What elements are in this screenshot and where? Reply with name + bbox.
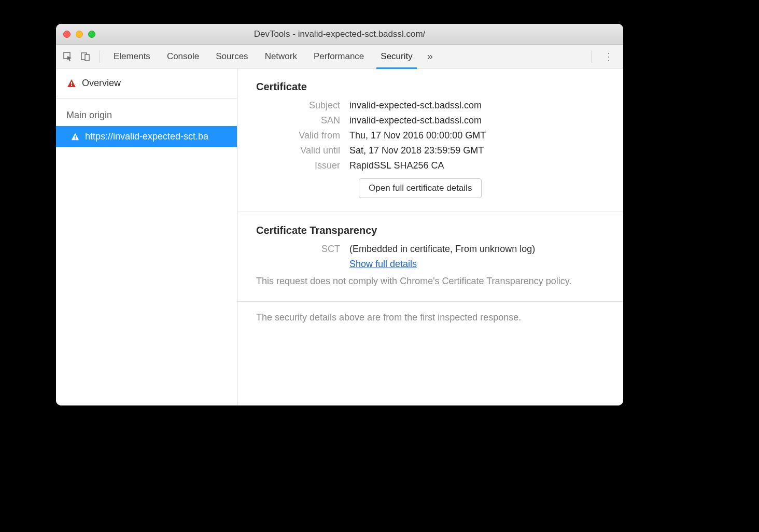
svg-rect-2 (85, 54, 89, 61)
tab-performance[interactable]: Performance (305, 45, 372, 68)
ct-sct-row: SCT (Embedded in certificate, From unkno… (256, 244, 605, 255)
certificate-section: Certificate Subject invalid-expected-sct… (237, 68, 623, 212)
main-origin-heading: Main origin (56, 99, 237, 126)
sidebar-overview[interactable]: Overview (56, 68, 237, 99)
more-tabs-icon[interactable]: » (421, 50, 439, 62)
traffic-lights (56, 31, 95, 38)
cert-validfrom-row: Valid from Thu, 17 Nov 2016 00:00:00 GMT (256, 130, 605, 141)
separator (100, 50, 100, 63)
cert-issuer-row: Issuer RapidSSL SHA256 CA (256, 160, 605, 171)
device-toolbar-icon[interactable] (78, 49, 93, 64)
overview-label: Overview (82, 78, 121, 89)
tab-sources[interactable]: Sources (207, 45, 256, 68)
titlebar: DevTools - invalid-expected-sct.badssl.c… (56, 24, 623, 45)
show-full-details-link[interactable]: Show full details (349, 259, 417, 269)
zoom-window-button[interactable] (88, 31, 95, 38)
svg-rect-6 (75, 138, 76, 139)
cert-san-row: SAN invalid-expected-sct.badssl.com (256, 115, 605, 126)
ct-compliance-note: This request does not comply with Chrome… (256, 275, 605, 288)
warning-triangle-icon (71, 132, 80, 142)
ct-heading: Certificate Transparency (256, 225, 605, 236)
close-window-button[interactable] (63, 31, 71, 38)
origin-item[interactable]: https://invalid-expected-sct.ba (56, 126, 237, 147)
ct-section: Certificate Transparency SCT (Embedded i… (237, 212, 623, 302)
separator (592, 50, 592, 63)
open-certificate-button[interactable]: Open full certificate details (359, 178, 482, 198)
minimize-window-button[interactable] (76, 31, 83, 38)
cert-subject-label: Subject (256, 100, 349, 111)
inspect-element-icon[interactable] (60, 49, 76, 64)
origin-url: https://invalid-expected-sct.ba (85, 131, 208, 142)
cert-issuer-label: Issuer (256, 160, 349, 171)
cert-validuntil-row: Valid until Sat, 17 Nov 2018 23:59:59 GM… (256, 145, 605, 156)
warning-triangle-icon (66, 78, 77, 89)
ct-sct-value: (Embedded in certificate, From unknown l… (349, 244, 605, 255)
security-content: Certificate Subject invalid-expected-sct… (237, 68, 623, 405)
cert-validuntil-label: Valid until (256, 145, 349, 156)
ct-sct-label: SCT (256, 244, 349, 255)
footer-note: The security details above are from the … (237, 302, 623, 333)
cert-issuer-value: RapidSSL SHA256 CA (349, 160, 605, 171)
cert-subject-value: invalid-expected-sct.badssl.com (349, 100, 605, 111)
tab-network[interactable]: Network (257, 45, 305, 68)
svg-rect-3 (71, 82, 72, 85)
certificate-heading: Certificate (256, 81, 605, 93)
tab-security[interactable]: Security (372, 45, 420, 68)
cert-validuntil-value: Sat, 17 Nov 2018 23:59:59 GMT (349, 145, 605, 156)
security-sidebar: Overview Main origin https://invalid-exp… (56, 68, 237, 405)
cert-validfrom-value: Thu, 17 Nov 2016 00:00:00 GMT (349, 130, 605, 141)
devtools-tabbar: Elements Console Sources Network Perform… (56, 45, 623, 68)
menu-icon[interactable]: ⋮ (597, 50, 620, 63)
cert-san-label: SAN (256, 115, 349, 126)
cert-subject-row: Subject invalid-expected-sct.badssl.com (256, 100, 605, 111)
tab-elements[interactable]: Elements (105, 45, 159, 68)
cert-san-value: invalid-expected-sct.badssl.com (349, 115, 605, 126)
tab-console[interactable]: Console (159, 45, 207, 68)
panel-body: Overview Main origin https://invalid-exp… (56, 68, 623, 405)
ct-link-row: Show full details (256, 259, 605, 270)
window-title: DevTools - invalid-expected-sct.badssl.c… (56, 29, 623, 39)
svg-rect-5 (75, 135, 76, 138)
devtools-window: DevTools - invalid-expected-sct.badssl.c… (56, 24, 623, 405)
svg-rect-4 (71, 85, 72, 86)
cert-validfrom-label: Valid from (256, 130, 349, 141)
